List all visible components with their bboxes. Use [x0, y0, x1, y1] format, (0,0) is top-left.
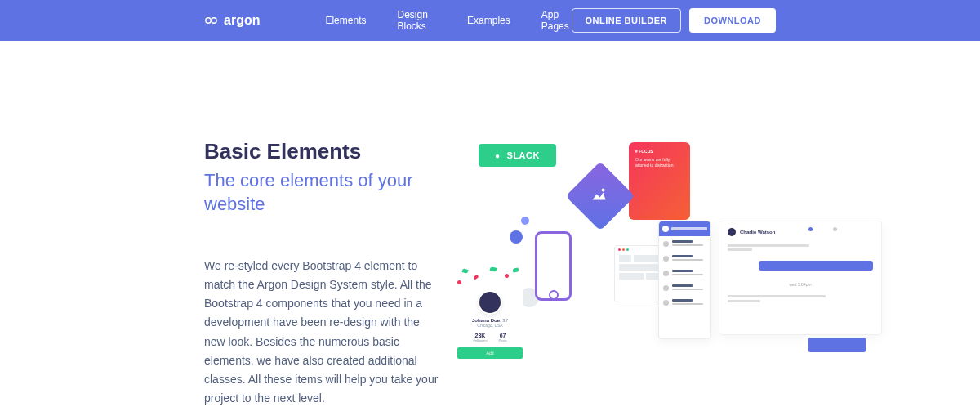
avatar — [663, 271, 669, 276]
chat-line — [728, 295, 826, 297]
chat-header: Charlie Watson — [728, 228, 873, 236]
profile-card: Johana Doe, 37 Chicago, USA 23K Follower… — [457, 266, 523, 359]
chat-panel: Charlie Watson wed 3:04pm — [719, 221, 882, 335]
svg-point-1 — [212, 18, 216, 23]
avatar — [663, 285, 669, 291]
list-item — [659, 236, 710, 251]
add-button: Add — [457, 347, 523, 359]
avatar — [478, 290, 502, 315]
chat-line — [728, 248, 752, 251]
image-icon — [566, 162, 635, 231]
nav-links: Elements Design Blocks Examples App Page… — [325, 9, 571, 32]
nav-elements[interactable]: Elements — [325, 15, 366, 26]
stat-followers: 23K Followers — [473, 333, 487, 342]
window-controls-icon — [615, 246, 662, 253]
list-header — [659, 221, 710, 236]
download-button[interactable]: DOWNLOAD — [689, 8, 776, 33]
nav-actions: ONLINE BUILDER DOWNLOAD — [572, 8, 777, 33]
nav-design-blocks[interactable]: Design Blocks — [397, 9, 436, 32]
red-card: # FOCUS Our teams are fully attuned to d… — [629, 142, 690, 220]
slack-label: SLACK — [507, 150, 540, 160]
navbar: argon Elements Design Blocks Examples Ap… — [0, 0, 980, 41]
svg-point-2 — [602, 189, 605, 192]
header-text — [671, 227, 707, 230]
chat-message-sent — [759, 261, 873, 271]
stat-posts: 67 Posts — [499, 333, 507, 342]
decorative-circle — [510, 230, 523, 244]
list-item — [659, 251, 710, 266]
avatar — [728, 228, 736, 236]
red-card-title: # FOCUS — [635, 149, 684, 154]
pager-dot — [833, 227, 837, 231]
decorative-circle — [521, 217, 529, 225]
avatar — [662, 226, 669, 232]
browser-mockup — [614, 245, 663, 302]
illustration: SLACK # FOCUS Our teams are fully attune… — [457, 139, 931, 416]
main: Basic Elements The core elements of your… — [0, 41, 980, 416]
chat-line — [728, 300, 760, 302]
list-item — [659, 280, 710, 295]
nav-examples[interactable]: Examples — [467, 15, 510, 26]
svg-point-0 — [206, 18, 211, 23]
profile-location: Chicago, USA — [457, 323, 523, 328]
list-item — [659, 295, 710, 310]
page-description: We re-styled every Bootstrap 4 element t… — [204, 257, 441, 408]
confetti-decoration — [457, 266, 523, 290]
chat-divider: wed 3:04pm — [728, 282, 873, 287]
avatar — [663, 241, 669, 247]
chat-line — [728, 244, 809, 247]
page-subtitle: The core elements of your website — [204, 169, 441, 216]
text-column: Basic Elements The core elements of your… — [204, 139, 441, 416]
send-button — [808, 338, 866, 352]
avatar — [663, 256, 669, 262]
brand[interactable]: argon — [204, 13, 260, 28]
page-title: Basic Elements — [204, 139, 441, 164]
profile-stats: 23K Followers 67 Posts — [457, 333, 523, 342]
slack-button: SLACK — [479, 144, 556, 167]
online-builder-button[interactable]: ONLINE BUILDER — [572, 8, 682, 33]
avatar — [663, 300, 669, 306]
chat-name: Charlie Watson — [740, 230, 775, 235]
brand-icon — [204, 13, 219, 28]
phone-icon — [535, 231, 572, 301]
list-panel — [658, 221, 711, 339]
pager-dot-active — [808, 227, 813, 231]
red-card-text: Our teams are fully attuned to distracti… — [635, 157, 684, 168]
list-item — [659, 266, 710, 280]
nav-app-pages[interactable]: App Pages — [541, 9, 572, 32]
brand-text: argon — [224, 13, 260, 28]
